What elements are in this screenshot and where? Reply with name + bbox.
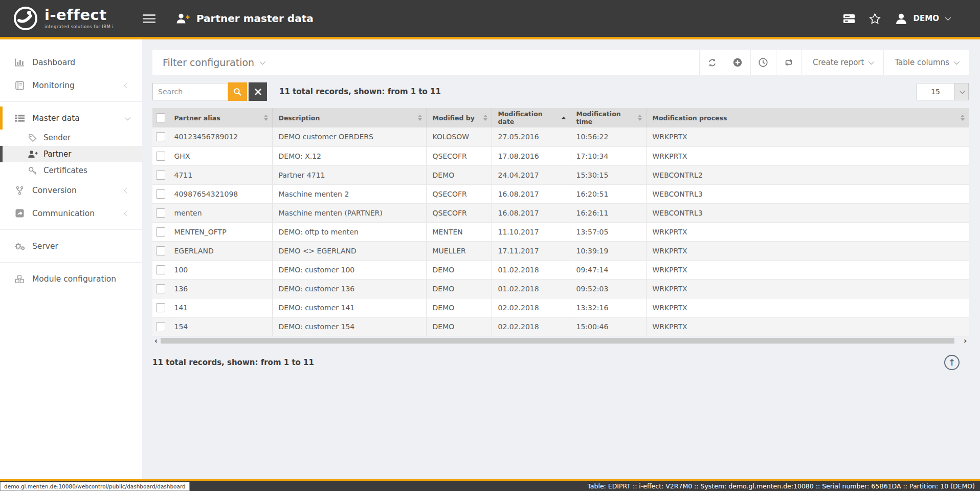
table-row[interactable]: 154DEMO: customer 154DEMO02.02.201815:00… — [152, 317, 969, 336]
cell-date: 01.02.2018 — [492, 279, 570, 298]
table-row[interactable]: 141DEMO: customer 141DEMO02.02.201813:32… — [152, 298, 969, 317]
row-checkbox[interactable] — [156, 246, 165, 255]
sidebar-item-label: Communication — [32, 209, 95, 218]
sidebar-item-master-data[interactable]: Master data — [0, 106, 142, 130]
row-checkbox[interactable] — [156, 284, 165, 293]
table-row[interactable]: EGERLANDDEMO <> EGERLANDMUELLER17.11.201… — [152, 241, 969, 260]
column-header-modified-by[interactable]: Modified by — [426, 108, 492, 127]
system-status-button[interactable] — [843, 14, 855, 24]
sort-arrows-icon — [483, 115, 487, 121]
cell-modified_by: KOLOSOW — [426, 127, 492, 146]
plus-circle-icon — [733, 58, 742, 67]
user-menu[interactable]: DEMO — [895, 13, 949, 25]
scroll-to-top-button[interactable]: ↑ — [944, 355, 960, 370]
cell-description: DEMO: customer 100 — [272, 260, 426, 279]
cell-time: 15:00:46 — [570, 317, 646, 336]
sidebar-item-module-configuration[interactable]: Module configuration — [0, 267, 142, 290]
cell-modified_by: DEMO — [426, 317, 492, 336]
scrollbar-thumb[interactable] — [161, 338, 954, 344]
page-size-value: 15 — [917, 83, 954, 100]
clear-search-button[interactable] — [249, 82, 267, 101]
cell-time: 13:32:16 — [570, 298, 646, 317]
transfer-button[interactable] — [776, 50, 801, 75]
page-size-select[interactable]: 15 — [917, 83, 969, 100]
search-button[interactable] — [228, 82, 247, 101]
scroll-left-button[interactable]: ‹ — [152, 338, 160, 344]
table-row[interactable]: 4711Partner 4711DEMO24.04.201715:30:15WE… — [152, 165, 969, 184]
table-row[interactable]: 136DEMO: customer 136DEMO01.02.201809:52… — [152, 279, 969, 298]
cell-time: 10:56:22 — [570, 127, 646, 146]
table-body: 40123456789012DEMO customer OERDERSKOLOS… — [152, 127, 969, 336]
add-record-button[interactable] — [725, 50, 750, 75]
cell-process: WRKPRTX — [646, 241, 969, 260]
cell-process: WRKPRTX — [646, 298, 969, 317]
row-checkbox[interactable] — [156, 189, 165, 199]
chevron-left-icon — [124, 82, 129, 88]
row-checkbox[interactable] — [156, 152, 165, 161]
row-checkbox[interactable] — [156, 208, 165, 218]
sidebar-item-conversion[interactable]: Conversion — [0, 179, 142, 202]
cell-alias: 141 — [168, 298, 272, 317]
row-checkbox[interactable] — [156, 132, 165, 141]
brand: i-effect integrated solutions for IBM i — [12, 5, 127, 32]
row-checkbox[interactable] — [156, 227, 165, 237]
sidebar-item-server[interactable]: Server — [0, 234, 142, 258]
cell-process: WRKPRTX — [646, 222, 969, 241]
sidebar-item-sender[interactable]: Sender — [0, 130, 142, 146]
create-report-dropdown[interactable]: Create report — [801, 50, 883, 75]
cell-description: DEMO: customer 154 — [272, 317, 426, 336]
row-checkbox[interactable] — [156, 303, 165, 312]
favorites-button[interactable] — [869, 13, 881, 24]
column-header-modification-time[interactable]: Modification time — [570, 108, 646, 127]
history-button[interactable] — [750, 50, 776, 75]
column-header-modification-date[interactable]: Modification date — [492, 108, 570, 127]
sidebar-item-partner[interactable]: Partner — [0, 146, 142, 162]
cell-process: WRKPRTX — [646, 260, 969, 279]
table-row[interactable]: mentenMaschine menten (PARTNER)QSECOFR16… — [152, 203, 969, 222]
sidebar-item-certificates[interactable]: Certificates — [0, 162, 142, 179]
sort-arrows-icon — [418, 115, 422, 121]
row-checkbox[interactable] — [156, 265, 165, 274]
table-row[interactable]: 40123456789012DEMO customer OERDERSKOLOS… — [152, 127, 969, 146]
cell-description: Maschine menten (PARTNER) — [272, 203, 426, 222]
sidebar-item-monitoring[interactable]: Monitoring — [0, 74, 142, 97]
refresh-button[interactable] — [699, 50, 725, 75]
cell-time: 16:26:11 — [570, 203, 646, 222]
menu-toggle-button[interactable] — [143, 14, 155, 23]
sidebar-item-label: Certificates — [43, 166, 87, 175]
filter-configuration-dropdown[interactable]: Filter configuration — [163, 57, 264, 68]
table-row[interactable]: 100DEMO: customer 100DEMO01.02.201809:47… — [152, 260, 969, 279]
user-plus-icon — [176, 13, 190, 24]
gears-icon — [14, 242, 26, 251]
table-row[interactable]: GHXDEMO: X.12QSECOFR17.08.201617:10:34WR… — [152, 146, 969, 165]
sidebar-item-label: Partner — [43, 150, 72, 159]
cell-process: WEBCONTRL2 — [646, 165, 969, 184]
column-header-partner-alias[interactable]: Partner alias — [168, 108, 272, 127]
cell-alias: 40987654321098 — [168, 184, 272, 203]
select-all-checkbox[interactable] — [156, 113, 165, 122]
table-row[interactable]: 40987654321098Maschine menten 2QSECOFR16… — [152, 184, 969, 203]
table-header-row: Partner alias Description Modified by Mo… — [152, 108, 969, 127]
system-info: Table: EDIPRT :: i-effect: V2R7M0 :: Sys… — [587, 482, 975, 490]
search-input[interactable] — [152, 83, 228, 100]
sidebar-item-label: Sender — [43, 133, 71, 142]
cell-date: 02.02.2018 — [492, 317, 570, 336]
cell-description: DEMO: X.12 — [272, 146, 426, 165]
row-checkbox[interactable] — [156, 322, 165, 331]
column-header-modification-process[interactable]: Modification process — [646, 108, 969, 127]
table-columns-dropdown[interactable]: Table columns — [883, 50, 969, 75]
column-header-description[interactable]: Description — [272, 108, 426, 127]
sidebar-item-dashboard[interactable]: Dashboard — [0, 51, 142, 74]
chevron-left-icon — [124, 210, 129, 216]
brand-name: i-effect — [44, 8, 114, 23]
cell-date: 27.05.2016 — [492, 127, 570, 146]
row-checkbox[interactable] — [156, 170, 165, 180]
records-summary-bottom: 11 total records, shown: from 1 to 11 — [152, 358, 314, 367]
cell-date: 17.08.2016 — [492, 146, 570, 165]
table-row[interactable]: MENTEN_OFTPDEMO: oftp to mentenMENTEN11.… — [152, 222, 969, 241]
cell-process: WRKPRTX — [646, 127, 969, 146]
share-square-icon — [14, 209, 26, 218]
horizontal-scrollbar: ‹ › — [152, 337, 969, 345]
scroll-right-button[interactable]: › — [962, 338, 969, 344]
sidebar-item-communication[interactable]: Communication — [0, 202, 142, 225]
